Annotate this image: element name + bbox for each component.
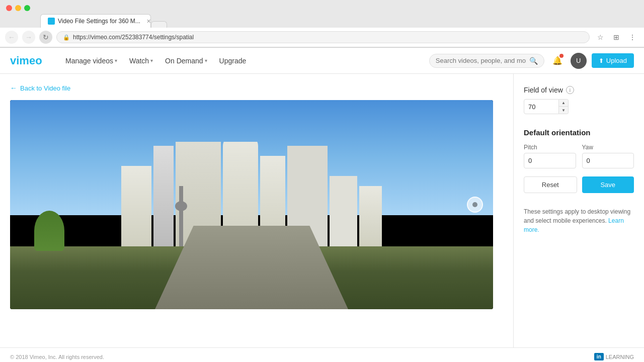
video-background <box>10 100 493 309</box>
chevron-down-icon: ▾ <box>205 58 207 63</box>
fov-section: Field of view i ▲ ▼ <box>524 86 634 114</box>
secure-icon: 🔒 <box>63 34 70 41</box>
nav-on-demand[interactable]: On Demand ▾ <box>160 54 212 68</box>
new-tab[interactable] <box>151 21 167 28</box>
minimize-button[interactable] <box>15 5 21 11</box>
tree-left <box>34 211 64 251</box>
back-link[interactable]: ← Back to Video file <box>10 84 503 92</box>
fov-increment-button[interactable]: ▲ <box>559 100 568 107</box>
video-panel: ← Back to Video file <box>0 74 513 347</box>
notifications-button[interactable]: 🔔 <box>549 53 566 69</box>
header-right: 🔍 🔔 U ⬆ Upload <box>429 53 634 69</box>
vimeo-logo[interactable]: vimeo <box>10 54 50 67</box>
search-input[interactable] <box>436 57 526 64</box>
user-avatar[interactable]: U <box>571 53 587 69</box>
back-nav-button[interactable]: ← <box>5 31 18 44</box>
fov-spinner: ▲ ▼ <box>559 99 569 114</box>
action-buttons: Reset Save <box>524 176 634 193</box>
address-text: https://vimeo.com/252383774/settings/spa… <box>73 34 583 41</box>
fov-info-icon[interactable]: i <box>566 86 574 94</box>
upload-button[interactable]: ⬆ Upload <box>592 53 634 68</box>
upload-icon: ⬆ <box>599 57 604 64</box>
pitch-label: Pitch <box>524 144 576 151</box>
search-box[interactable]: 🔍 <box>429 54 544 68</box>
save-button[interactable]: Save <box>582 176 634 193</box>
fov-label: Field of view i <box>524 86 634 94</box>
pitch-input[interactable] <box>524 153 576 168</box>
reload-button[interactable]: ↻ <box>39 31 52 44</box>
reset-button[interactable]: Reset <box>524 176 577 193</box>
browser-toolbar: ← → ↻ 🔒 https://vimeo.com/252383774/sett… <box>0 28 644 47</box>
tab-close-icon[interactable]: ✕ <box>146 18 151 25</box>
svg-text:vimeo: vimeo <box>10 54 42 67</box>
orientation-title: Default orientation <box>524 128 634 137</box>
menu-button[interactable]: ⋮ <box>626 31 639 44</box>
tab-title: Video File Settings for 360 M... <box>58 18 140 25</box>
nav-dot-inner <box>472 202 477 207</box>
nav-manage-videos[interactable]: Manage videos ▾ <box>60 54 122 68</box>
bookmark-button[interactable]: ☆ <box>594 31 607 44</box>
fov-input[interactable] <box>524 99 559 114</box>
video-container <box>10 100 493 309</box>
back-arrow-icon: ← <box>10 84 17 92</box>
forward-nav-button[interactable]: → <box>22 31 35 44</box>
settings-note: These settings apply to desktop viewing … <box>524 207 634 234</box>
browser-chrome: Video File Settings for 360 M... ✕ ← → ↻… <box>0 0 644 48</box>
tab-favicon <box>48 18 55 25</box>
fov-input-wrap: ▲ ▼ <box>524 99 634 114</box>
chevron-down-icon: ▾ <box>150 58 153 63</box>
close-button[interactable] <box>6 5 12 11</box>
yaw-label: Yaw <box>582 144 634 151</box>
settings-panel: Field of view i ▲ ▼ Default orientation … <box>513 74 644 347</box>
page-footer: © 2018 Vimeo, Inc. All rights reserved. … <box>0 347 644 362</box>
vimeo-nav: Manage videos ▾ Watch ▾ On Demand ▾ Upgr… <box>60 54 429 68</box>
maximize-button[interactable] <box>24 5 30 11</box>
extensions-button[interactable]: ⊞ <box>610 31 623 44</box>
address-bar[interactable]: 🔒 https://vimeo.com/252383774/settings/s… <box>56 31 590 43</box>
fov-decrement-button[interactable]: ▼ <box>559 107 568 114</box>
linkedin-learning-badge: in LEARNING <box>594 353 634 360</box>
chevron-down-icon: ▾ <box>115 58 117 63</box>
nav-upgrade[interactable]: Upgrade <box>214 54 252 68</box>
search-icon: 🔍 <box>529 57 538 65</box>
linkedin-icon: in <box>594 353 604 360</box>
vr-nav-dot[interactable] <box>467 197 483 213</box>
yaw-field: Yaw <box>582 144 634 168</box>
nav-watch[interactable]: Watch ▾ <box>124 54 158 68</box>
pitch-field: Pitch <box>524 144 576 168</box>
orientation-section: Default orientation Pitch Yaw Reset Save <box>524 128 634 193</box>
active-tab[interactable]: Video File Settings for 360 M... ✕ <box>40 14 151 28</box>
vimeo-header: vimeo Manage videos ▾ Watch ▾ On Demand … <box>0 48 644 74</box>
orientation-fields: Pitch Yaw <box>524 144 634 168</box>
cn-tower <box>179 186 183 246</box>
notification-badge <box>559 54 564 58</box>
page-body: ← Back to Video file <box>0 74 644 347</box>
yaw-input[interactable] <box>582 153 634 168</box>
